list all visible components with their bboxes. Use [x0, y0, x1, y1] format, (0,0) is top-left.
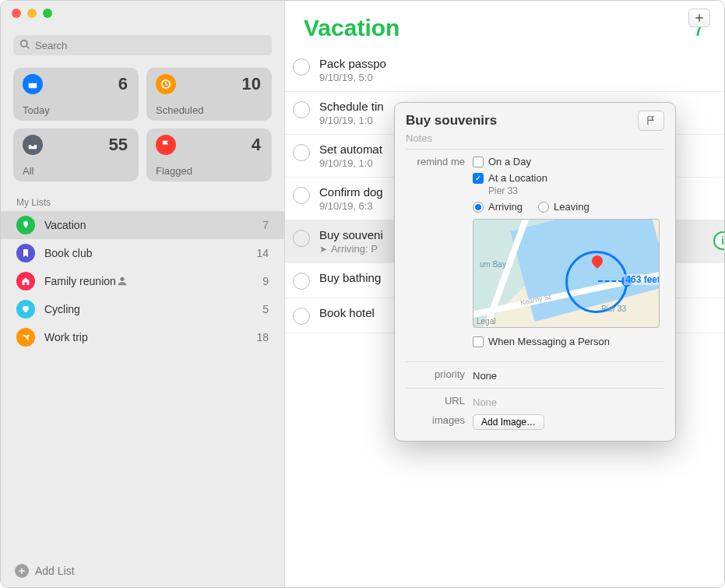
- close-window-button[interactable]: [12, 9, 21, 18]
- svg-point-0: [21, 40, 27, 47]
- sidebar-list-item[interactable]: Cycling 5: [1, 295, 284, 323]
- leaving-radio[interactable]: Leaving: [538, 201, 590, 213]
- smart-count: 6: [118, 74, 128, 94]
- url-value[interactable]: None: [473, 395, 664, 408]
- sidebar-list-item[interactable]: Book club 14: [1, 239, 284, 267]
- images-label: images: [406, 414, 473, 426]
- checkbox-icon: [473, 336, 484, 347]
- complete-toggle[interactable]: [293, 187, 310, 204]
- at-a-location-checkbox[interactable]: ✓ At a Location: [473, 172, 664, 184]
- complete-toggle[interactable]: [293, 58, 310, 76]
- url-label: URL: [406, 395, 473, 407]
- list-count: 14: [256, 247, 269, 259]
- smart-label: Flagged: [156, 165, 192, 177]
- list-icon: [16, 272, 35, 290]
- fullscreen-window-button[interactable]: [43, 9, 52, 18]
- location-value: Pier 33: [488, 185, 664, 196]
- list-name: Vacation: [44, 219, 86, 231]
- add-list-button[interactable]: + Add List: [1, 555, 284, 587]
- sidebar: 6 Today 10 Scheduled 55 All: [1, 1, 285, 587]
- flag-button[interactable]: [638, 111, 664, 131]
- map-legal-link[interactable]: Legal: [477, 317, 495, 326]
- complete-toggle[interactable]: [293, 101, 310, 118]
- radio-icon: [538, 202, 549, 213]
- svg-point-5: [120, 277, 124, 281]
- geofence-radius-line: [598, 280, 623, 282]
- list-icon: [16, 244, 35, 262]
- list-name: Cycling: [44, 303, 80, 315]
- smart-count: 55: [109, 135, 128, 155]
- sidebar-list-item[interactable]: Work trip 18: [1, 323, 284, 351]
- add-list-label: Add List: [35, 565, 75, 577]
- shared-icon: [116, 275, 128, 287]
- new-reminder-button[interactable]: [688, 9, 710, 27]
- reminder-row[interactable]: Pack passpo9/10/19, 5:0: [285, 49, 724, 92]
- priority-label: priority: [406, 368, 473, 380]
- window-controls: [12, 9, 52, 18]
- svg-line-1: [26, 46, 30, 49]
- at-a-location-label: At a Location: [488, 172, 547, 184]
- map-pin-label: Pier 33: [601, 305, 626, 313]
- search-field-container: [13, 35, 272, 55]
- section-header: My Lists: [1, 188, 284, 211]
- main-header: Vacation 7: [285, 1, 724, 49]
- checkbox-icon: [473, 157, 484, 167]
- smart-lists: 6 Today 10 Scheduled 55 All: [1, 62, 284, 188]
- list-count: 18: [256, 331, 269, 343]
- arriving-label: Arriving: [488, 201, 523, 213]
- complete-toggle[interactable]: [293, 230, 310, 247]
- minimize-window-button[interactable]: [27, 9, 37, 18]
- smart-card-today[interactable]: 6 Today: [13, 68, 139, 121]
- arriving-radio[interactable]: Arriving: [473, 201, 523, 213]
- smart-label: Today: [23, 104, 50, 116]
- plus-icon: +: [15, 564, 29, 578]
- radio-icon: [473, 202, 484, 213]
- on-a-day-label: On a Day: [488, 156, 531, 167]
- notes-field[interactable]: Notes: [406, 131, 664, 150]
- flag-icon: [156, 135, 176, 155]
- list-name: Family reunion: [44, 275, 116, 287]
- geofence-distance: 463 feet: [624, 274, 660, 285]
- add-image-button[interactable]: Add Image…: [473, 414, 544, 430]
- lists-container: Vacation 7 Book club 14 Family reunion 9…: [1, 211, 284, 351]
- smart-count: 4: [252, 135, 261, 155]
- arriving-leaving-group: Arriving Leaving: [473, 201, 664, 213]
- location-map[interactable]: um Bay Kearny St 463 feet Pier 33 Legal: [473, 219, 660, 328]
- smart-card-flagged[interactable]: 4 Flagged: [146, 129, 272, 181]
- sidebar-list-item[interactable]: Vacation 7: [1, 211, 284, 239]
- reminder-detail-popover: Buy souvenirs Notes remind me On a Day ✓…: [394, 102, 676, 442]
- smart-label: All: [23, 165, 33, 177]
- list-icon: [16, 300, 35, 319]
- list-count: 7: [262, 219, 269, 231]
- search-icon: [19, 39, 30, 50]
- remind-me-label: remind me: [406, 156, 473, 167]
- when-messaging-label: When Messaging a Person: [488, 336, 610, 347]
- location-arrow-icon: ➤: [319, 244, 327, 255]
- reminder-detail-title[interactable]: Buy souvenirs: [406, 113, 632, 129]
- reminder-title: Pack passpo: [319, 57, 706, 70]
- smart-count: 10: [242, 74, 261, 94]
- clock-icon: [156, 74, 176, 94]
- when-messaging-checkbox[interactable]: When Messaging a Person: [473, 336, 664, 347]
- list-name: Book club: [44, 247, 92, 259]
- search-input[interactable]: [13, 35, 272, 55]
- checkbox-icon: ✓: [473, 173, 484, 184]
- list-name: Work trip: [44, 331, 88, 343]
- smart-card-all[interactable]: 55 All: [13, 129, 139, 181]
- leaving-label: Leaving: [554, 201, 590, 213]
- list-title: Vacation: [304, 15, 399, 41]
- list-count: 5: [262, 303, 269, 315]
- complete-toggle[interactable]: [293, 308, 310, 325]
- list-icon: [16, 216, 35, 234]
- complete-toggle[interactable]: [293, 273, 310, 290]
- smart-label: Scheduled: [156, 104, 203, 116]
- on-a-day-checkbox[interactable]: On a Day: [473, 156, 664, 167]
- tray-icon: [23, 135, 43, 155]
- info-button[interactable]: i: [713, 231, 725, 250]
- sidebar-list-item[interactable]: Family reunion 9: [1, 267, 284, 295]
- calendar-icon: [23, 74, 43, 94]
- smart-card-scheduled[interactable]: 10 Scheduled: [146, 68, 272, 121]
- priority-value[interactable]: None: [473, 368, 664, 382]
- complete-toggle[interactable]: [293, 144, 310, 161]
- map-poi-label: um Bay: [480, 260, 506, 269]
